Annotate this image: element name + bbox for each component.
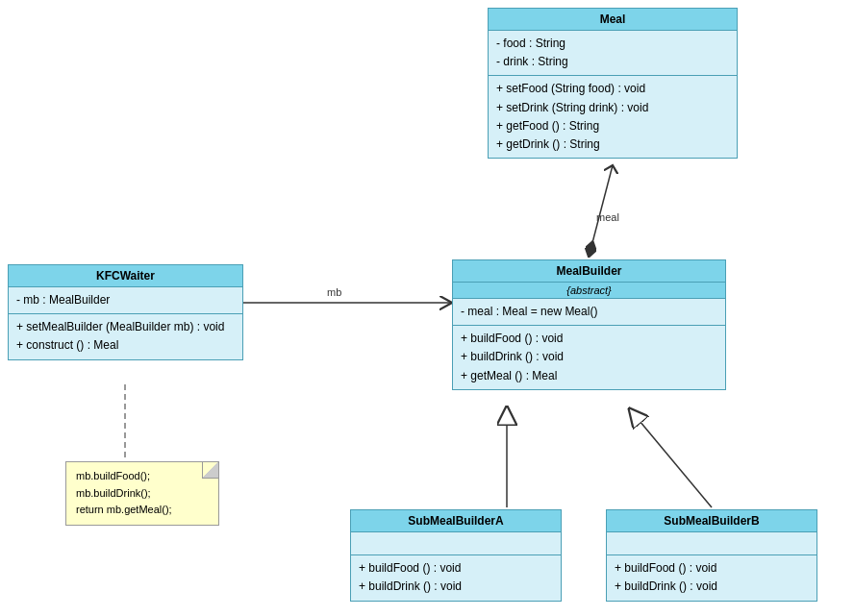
meal-class-header: Meal [489, 9, 737, 31]
note-line-3: return mb.getMeal(); [76, 502, 209, 519]
meal-method-2: + setDrink (String drink) : void [496, 99, 729, 117]
svg-text:meal: meal [596, 211, 619, 223]
note-line-2: mb.buildDrink(); [76, 485, 209, 503]
kfcwaiter-method-1: + setMealBuilder (MealBuilder mb) : void [16, 318, 235, 336]
mealbuilder-class-attributes: - meal : Meal = new Meal() [453, 299, 725, 326]
kfcwaiter-class: KFCWaiter - mb : MealBuilder + setMealBu… [8, 264, 243, 360]
meal-method-3: + getFood () : String [496, 117, 729, 136]
meal-attr-2: - drink : String [496, 53, 729, 71]
meal-class: Meal - food : String - drink : String + … [488, 8, 738, 159]
meal-attr-1: - food : String [496, 35, 729, 53]
kfcwaiter-method-2: + construct () : Meal [16, 336, 235, 355]
mealbuilder-class-methods: + buildFood () : void + buildDrink () : … [453, 326, 725, 389]
submealbuilderb-method-2: + buildDrink () : void [615, 578, 809, 596]
svg-text:mb: mb [327, 286, 341, 298]
kfcwaiter-class-attributes: - mb : MealBuilder [9, 287, 242, 314]
meal-class-attributes: - food : String - drink : String [489, 31, 737, 76]
submealbuildera-method-1: + buildFood () : void [359, 559, 553, 578]
mealbuilder-method-3: + getMeal () : Meal [461, 367, 717, 385]
mealbuilder-attr-1: - meal : Meal = new Meal() [461, 303, 717, 321]
mealbuilder-method-1: + buildFood () : void [461, 330, 717, 348]
diagram-container: meal mb Meal - food : String - drink : S… [0, 0, 854, 616]
submealbuilderb-empty [607, 532, 816, 555]
mealbuilder-class-header: MealBuilder [453, 260, 725, 283]
submealbuildera-method-2: + buildDrink () : void [359, 578, 553, 596]
svg-line-3 [589, 165, 613, 258]
mealbuilder-class: MealBuilder {abstract} - meal : Meal = n… [452, 259, 726, 390]
submealbuilderb-class: SubMealBuilderB + buildFood () : void + … [606, 509, 817, 602]
submealbuilderb-method-1: + buildFood () : void [615, 559, 809, 578]
submealbuilderb-class-header: SubMealBuilderB [607, 510, 816, 532]
submealbuildera-class-methods: + buildFood () : void + buildDrink () : … [351, 555, 561, 600]
submealbuildera-class: SubMealBuilderA + buildFood () : void + … [350, 509, 562, 602]
note-line-1: mb.buildFood(); [76, 468, 209, 485]
submealbuilderb-class-methods: + buildFood () : void + buildDrink () : … [607, 555, 816, 600]
submealbuildera-class-header: SubMealBuilderA [351, 510, 561, 532]
mealbuilder-method-2: + buildDrink () : void [461, 348, 717, 366]
kfcwaiter-class-methods: + setMealBuilder (MealBuilder mb) : void… [9, 314, 242, 358]
kfcwaiter-class-header: KFCWaiter [9, 265, 242, 287]
meal-method-4: + getDrink () : String [496, 136, 729, 154]
note-box: mb.buildFood(); mb.buildDrink(); return … [65, 461, 219, 526]
svg-line-8 [635, 415, 712, 507]
submealbuildera-empty [351, 532, 561, 555]
meal-method-1: + setFood (String food) : void [496, 80, 729, 98]
kfcwaiter-attr-1: - mb : MealBuilder [16, 291, 235, 309]
mealbuilder-class-subheader: {abstract} [453, 283, 725, 299]
meal-class-methods: + setFood (String food) : void + setDrin… [489, 76, 737, 158]
